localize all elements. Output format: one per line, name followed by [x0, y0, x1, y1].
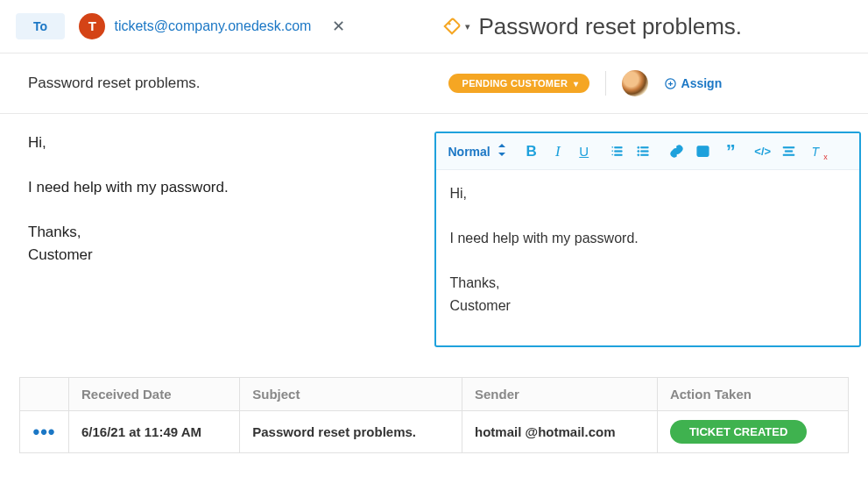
paragraph-style-label: Normal: [448, 145, 490, 159]
bold-button[interactable]: B: [524, 144, 540, 160]
clear-format-button[interactable]: Tx: [808, 144, 823, 160]
format-group: B I U: [524, 144, 592, 160]
email-body-wrap: Hi, I need help with my password. Thanks…: [0, 114, 434, 359]
italic-button[interactable]: I: [550, 144, 566, 160]
sender-header: Sender: [462, 378, 658, 411]
extra-group: </> Tx: [755, 144, 823, 160]
action-badge: TICKET CREATED: [670, 420, 807, 444]
ticket-title-input[interactable]: [479, 13, 853, 40]
email-subject-wrap: Password reset problems.: [28, 75, 448, 92]
plus-circle-icon: [664, 77, 677, 90]
sender-cell: hotmail @hotmail.com: [462, 411, 658, 453]
editor-toolbar: Normal B I U: [436, 133, 860, 170]
actions-header: [20, 378, 69, 411]
code-button[interactable]: </>: [755, 144, 771, 160]
header-row: To T tickets@company.onedesk.com ✕ ▾: [0, 0, 868, 53]
blockquote-button[interactable]: ”: [722, 144, 737, 160]
received-header: Received Date: [69, 378, 240, 411]
recipient-chip[interactable]: T tickets@company.onedesk.com ✕: [79, 13, 345, 39]
insert-group: ”: [669, 144, 737, 160]
received-cell: 6/16/21 at 11:49 AM: [69, 411, 240, 453]
editor-content[interactable]: Hi, I need help with my password. Thanks…: [436, 170, 860, 345]
body-row: Hi, I need help with my password. Thanks…: [0, 114, 868, 359]
recipient-avatar: T: [79, 13, 105, 39]
assignee-avatar[interactable]: [622, 70, 648, 96]
underline-button[interactable]: U: [576, 144, 592, 160]
assign-button[interactable]: Assign: [664, 76, 723, 90]
ticket-meta-wrap: PENDING CUSTOMER ▾ Assign: [448, 70, 869, 96]
email-to-section: To T tickets@company.onedesk.com ✕: [16, 13, 442, 40]
align-button[interactable]: [781, 144, 797, 160]
action-taken-header: Action Taken: [657, 378, 848, 411]
separator: [605, 71, 606, 96]
svg-point-2: [638, 146, 639, 148]
status-label: PENDING CUSTOMER: [462, 78, 568, 89]
svg-point-6: [701, 149, 702, 151]
editor-wrap: Normal B I U: [434, 114, 869, 359]
row-actions-button[interactable]: •••: [20, 411, 69, 453]
chevron-down-icon[interactable]: ▾: [465, 21, 470, 32]
inbox-table-wrap: Received Date Subject Sender Action Take…: [0, 359, 868, 453]
action-cell: TICKET CREATED: [657, 411, 848, 453]
subject-header: Subject: [240, 378, 462, 411]
table-row[interactable]: ••• 6/16/21 at 11:49 AM Password reset p…: [20, 411, 849, 453]
svg-point-3: [638, 150, 639, 152]
sort-icon: [498, 144, 506, 159]
svg-point-0: [448, 23, 450, 25]
rich-text-editor: Normal B I U: [434, 132, 862, 347]
ticket-title-section: ▾: [442, 13, 869, 40]
subject-cell: Password reset problems.: [240, 411, 462, 453]
email-body: Hi, I need help with my password. Thanks…: [0, 114, 434, 283]
link-button[interactable]: [669, 144, 685, 160]
assign-label: Assign: [681, 76, 723, 90]
status-dropdown[interactable]: PENDING CUSTOMER ▾: [448, 74, 589, 93]
list-group: [610, 144, 652, 160]
svg-point-4: [638, 154, 639, 156]
paragraph-style-dropdown[interactable]: Normal: [448, 144, 506, 159]
unordered-list-button[interactable]: [636, 144, 652, 160]
chevron-down-icon: ▾: [574, 79, 578, 89]
to-label: To: [16, 13, 65, 39]
inbox-table: Received Date Subject Sender Action Take…: [19, 377, 849, 453]
table-header-row: Received Date Subject Sender Action Take…: [20, 378, 849, 411]
ordered-list-button[interactable]: [610, 144, 625, 160]
recipient-email: tickets@company.onedesk.com: [114, 18, 311, 34]
email-subject: Password reset problems.: [28, 75, 201, 91]
remove-recipient-icon[interactable]: ✕: [332, 17, 345, 36]
ticket-type-icon[interactable]: ▾: [442, 17, 470, 36]
image-button[interactable]: [695, 144, 711, 160]
meta-row: Password reset problems. PENDING CUSTOME…: [0, 53, 868, 113]
